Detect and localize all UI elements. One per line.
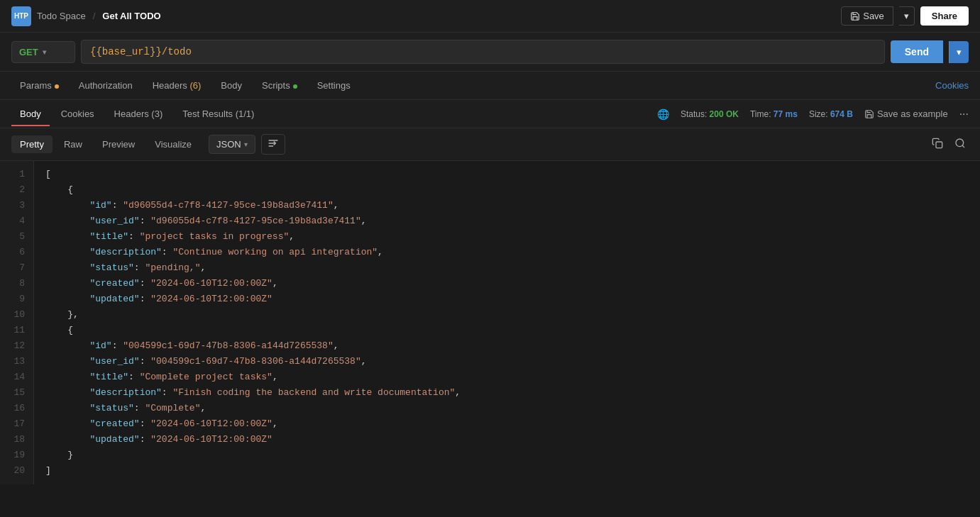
params-dot — [55, 84, 59, 89]
view-preview-button[interactable]: Preview — [94, 135, 143, 153]
code-line: "status": "Complete", — [45, 401, 969, 416]
format-label: JSON — [216, 139, 241, 150]
code-line: "updated": "2024-06-10T12:00:00Z" — [45, 291, 969, 307]
line-numbers: 1234567891011121314151617181920 — [0, 161, 34, 484]
code-line: } — [45, 447, 969, 463]
response-tabs: Body Cookies Headers (3) Test Results (1… — [0, 100, 980, 128]
code-line: "id": "d96055d4-c7f8-4127-95ce-19b8ad3e7… — [45, 198, 969, 213]
tab-settings[interactable]: Settings — [309, 74, 359, 96]
body-toolbar: Pretty Raw Preview Visualize JSON ▾ — [0, 128, 980, 161]
chevron-down-icon: ▾ — [244, 140, 248, 148]
response-status-area: 🌐 Status: 200 OK Time: 77 ms Size: 674 B… — [657, 108, 969, 121]
code-line: "updated": "2024-06-10T12:00:00Z" — [45, 432, 969, 447]
copy-icon — [932, 138, 943, 149]
url-input[interactable] — [81, 40, 885, 64]
code-line: "created": "2024-06-10T12:00:00Z", — [45, 416, 969, 432]
code-line: { — [45, 182, 969, 198]
code-line: }, — [45, 307, 969, 323]
svg-rect-3 — [936, 142, 942, 148]
format-dropdown[interactable]: JSON ▾ — [209, 135, 255, 154]
save-icon — [850, 11, 860, 21]
send-dropdown-button[interactable]: ▾ — [949, 41, 969, 63]
search-icon — [954, 138, 966, 149]
tab-body[interactable]: Body — [212, 74, 250, 96]
code-line: "title": "project tasks in progress", — [45, 229, 969, 245]
res-tab-headers[interactable]: Headers (3) — [106, 103, 172, 125]
response-body: 1234567891011121314151617181920 [ { "id"… — [0, 161, 980, 484]
view-pretty-button[interactable]: Pretty — [11, 135, 53, 153]
code-line: "user_id": "d96055d4-c7f8-4127-95ce-19b8… — [45, 213, 969, 229]
app-logo: HTP — [11, 6, 31, 26]
code-lines: [ { "id": "d96055d4-c7f8-4127-95ce-19b8a… — [34, 161, 980, 484]
save-label: Save — [863, 11, 884, 21]
tab-headers[interactable]: Headers (6) — [144, 74, 210, 96]
search-button[interactable] — [952, 135, 969, 155]
request-tabs: Params Authorization Headers (6) Body Sc… — [0, 72, 980, 100]
code-line: "user_id": "004599c1-69d7-47b8-8306-a144… — [45, 354, 969, 369]
workspace-label[interactable]: Todo Space — [37, 11, 86, 21]
top-bar: HTP Todo Space / Get All TODO Save ▾ Sha… — [0, 0, 980, 33]
save-button[interactable]: Save — [841, 6, 893, 26]
method-dropdown[interactable]: GET ▾ — [11, 41, 75, 63]
tab-scripts[interactable]: Scripts — [253, 74, 306, 96]
save-example-label: Save as example — [877, 109, 948, 119]
save-example-icon — [864, 109, 874, 119]
toolbar-right-actions — [929, 135, 969, 155]
method-label: GET — [19, 47, 38, 57]
code-line: ] — [45, 463, 969, 479]
tab-authorization[interactable]: Authorization — [70, 74, 141, 96]
code-line: { — [45, 323, 969, 338]
svg-point-4 — [956, 139, 964, 147]
size-label: Size: 674 B — [809, 109, 853, 119]
more-options-button[interactable]: ··· — [959, 108, 969, 121]
view-visualize-button[interactable]: Visualize — [146, 135, 200, 153]
breadcrumb-separator: / — [93, 11, 96, 21]
status-value: 200 OK — [710, 109, 739, 119]
status-label: Status: 200 OK — [681, 109, 739, 119]
size-value: 674 B — [830, 109, 853, 119]
res-tab-cookies[interactable]: Cookies — [53, 103, 103, 125]
time-label: Time: 77 ms — [750, 109, 798, 119]
globe-icon: 🌐 — [657, 109, 669, 120]
tab-params[interactable]: Params — [11, 74, 67, 96]
code-line: "title": "Complete project tasks", — [45, 369, 969, 385]
svg-line-5 — [962, 145, 964, 148]
breadcrumb: HTP Todo Space / Get All TODO — [11, 6, 161, 26]
share-button[interactable]: Share — [920, 6, 969, 26]
send-button[interactable]: Send — [891, 40, 943, 63]
view-raw-button[interactable]: Raw — [55, 135, 91, 153]
chevron-down-icon: ▾ — [43, 48, 46, 56]
copy-button[interactable] — [929, 135, 946, 155]
code-line: "status": "pending,", — [45, 260, 969, 276]
code-line: "description": "Finish coding the backen… — [45, 385, 969, 401]
top-bar-actions: Save ▾ Share — [841, 6, 969, 26]
code-line: "id": "004599c1-69d7-47b8-8306-a144d7265… — [45, 338, 969, 354]
scripts-dot — [293, 84, 297, 89]
wrap-icon — [268, 138, 279, 148]
wrap-button[interactable] — [261, 134, 285, 155]
cookies-link[interactable]: Cookies — [935, 80, 969, 91]
res-tab-test-results[interactable]: Test Results (1/1) — [174, 103, 263, 125]
code-line: "created": "2024-06-10T12:00:00Z", — [45, 276, 969, 291]
code-line: [ — [45, 167, 969, 182]
res-tab-body[interactable]: Body — [11, 103, 50, 126]
code-line: "description": "Continue working on api … — [45, 245, 969, 260]
code-content: 1234567891011121314151617181920 [ { "id"… — [0, 161, 980, 484]
time-value: 77 ms — [773, 109, 798, 119]
save-dropdown-button[interactable]: ▾ — [899, 6, 915, 26]
request-title: Get All TODO — [102, 11, 160, 21]
save-as-example-button[interactable]: Save as example — [864, 109, 948, 119]
url-bar: GET ▾ Send ▾ — [0, 33, 980, 72]
